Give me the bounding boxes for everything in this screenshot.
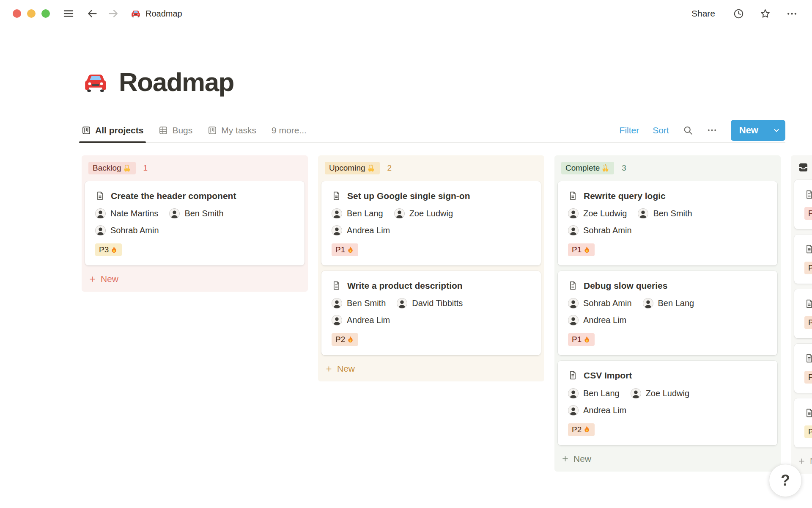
clock-icon[interactable] — [733, 8, 744, 19]
task-title: Write a product description — [347, 280, 463, 291]
avatar — [643, 298, 653, 309]
assignee-name: Ben Smith — [653, 209, 692, 218]
avatar — [568, 208, 579, 219]
task-title: Set up Google single sign-on — [347, 190, 470, 201]
task-card[interactable]: Debug slow queries Sohrab Amin Ben Lang … — [558, 271, 777, 355]
priority-badge: P1 — [804, 207, 812, 220]
assignee-name: Nate Martins — [110, 209, 158, 218]
priority-label: P3 — [99, 245, 109, 254]
task-card-partial[interactable]: P3 — [794, 398, 812, 447]
help-button[interactable]: ? — [769, 464, 802, 497]
raised-hands-icon — [367, 164, 376, 173]
tab-all-projects[interactable]: All projects — [82, 118, 143, 142]
assignee: Andrea Lim — [568, 405, 626, 416]
task-card-partial[interactable]: P2 — [794, 344, 812, 393]
page-icon — [332, 191, 341, 201]
view-tabbar: All projects Bugs My tasks 9 more... Fil… — [82, 118, 785, 143]
zoom-window-button[interactable] — [41, 9, 50, 18]
assignee: Sohrab Amin — [568, 225, 632, 236]
avatar — [568, 298, 579, 309]
column-name: Backlog — [93, 163, 121, 173]
avatar — [568, 388, 579, 399]
task-card[interactable]: CSV Import Ben Lang Zoe Ludwig Andrea Li… — [558, 361, 777, 445]
star-icon[interactable] — [760, 8, 771, 19]
avatar — [332, 208, 342, 219]
assignee-name: Andrea Lim — [347, 315, 390, 325]
close-window-button[interactable] — [13, 9, 21, 18]
assignee: Nate Martins — [95, 208, 158, 219]
assignee-name: Ben Smith — [347, 298, 386, 308]
avatar — [332, 315, 342, 326]
sort-button[interactable]: Sort — [653, 125, 669, 135]
task-card[interactable]: Create the header component Nate Martins… — [85, 181, 304, 265]
column-new-button[interactable]: New — [558, 450, 595, 467]
task-card[interactable]: Write a product description Ben Smith Da… — [321, 271, 541, 355]
minimize-window-button[interactable] — [27, 9, 36, 18]
car-emoji-icon[interactable] — [82, 68, 110, 96]
page-title: Roadmap — [82, 67, 812, 97]
column-new-button[interactable]: New — [321, 360, 358, 377]
page-icon — [804, 190, 812, 199]
task-card-partial[interactable]: P2 — [794, 289, 812, 338]
priority-label: P2 — [572, 425, 582, 434]
column-name-badge[interactable]: Upcoming — [325, 162, 380, 174]
task-title-row — [804, 189, 812, 199]
back-arrow-icon[interactable] — [86, 8, 98, 19]
assignee-name: Ben Lang — [658, 298, 694, 308]
assignee-name: Sohrab Amin — [583, 298, 632, 308]
column-new-button[interactable]: New — [794, 453, 812, 469]
raised-hands-icon — [123, 164, 132, 173]
assignee: Andrea Lim — [332, 315, 390, 326]
task-title: CSV Import — [584, 370, 632, 381]
column-header: Backlog 1 — [85, 162, 304, 174]
ellipsis-icon[interactable] — [786, 8, 798, 19]
tab-bugs[interactable]: Bugs — [159, 118, 192, 142]
new-label: New — [337, 364, 355, 374]
raised-hands-icon — [601, 164, 610, 173]
board-column: Complete 3 Rewrite query logic Zoe Ludwi… — [554, 155, 781, 472]
ellipsis-icon[interactable] — [707, 125, 717, 135]
task-card[interactable]: Rewrite query logic Zoe Ludwig Ben Smith… — [558, 181, 777, 265]
fire-icon — [346, 336, 354, 344]
tab-my-tasks[interactable]: My tasks — [208, 118, 256, 142]
page-icon — [804, 299, 812, 309]
search-icon[interactable] — [683, 125, 693, 135]
task-card-partial[interactable]: P2 — [794, 235, 812, 284]
new-button[interactable]: New — [731, 120, 767, 141]
tab-more-views[interactable]: 9 more... — [272, 118, 307, 142]
column-name-badge[interactable]: Backlog — [88, 162, 136, 174]
chevron-down-icon[interactable] — [767, 120, 785, 141]
column-new-button[interactable]: New — [85, 271, 122, 287]
task-card-partial[interactable]: P1 — [794, 180, 812, 229]
task-assignees: Ben Smith David Tibbitts Andrea Lim — [332, 298, 518, 326]
assignee: Ben Smith — [169, 208, 223, 219]
task-title-row: Write a product description — [332, 280, 531, 291]
assignee-name: Zoe Ludwig — [646, 389, 689, 398]
sidebar-toggle-icon[interactable] — [63, 8, 74, 19]
breadcrumb[interactable]: Roadmap — [130, 8, 182, 19]
column-name-badge[interactable]: Complete — [561, 162, 614, 174]
avatar — [568, 225, 579, 236]
task-title-row — [804, 408, 812, 418]
page-icon — [568, 191, 578, 201]
avatar — [568, 405, 579, 416]
share-button[interactable]: Share — [689, 8, 718, 19]
board-column-partial: P1 P2 P2 P2 P3 New — [791, 155, 812, 474]
priority-badge: P1 — [332, 243, 358, 256]
task-title: Create the header component — [111, 190, 236, 201]
column-count: 3 — [622, 163, 626, 173]
priority-label: P2 — [808, 263, 812, 273]
task-title-row: Rewrite query logic — [568, 190, 767, 201]
task-card[interactable]: Set up Google single sign-on Ben Lang Zo… — [321, 181, 541, 265]
assignee-name: Ben Smith — [184, 209, 223, 218]
filter-button[interactable]: Filter — [620, 125, 639, 135]
priority-badge: P2 — [568, 423, 595, 436]
priority-label: P2 — [335, 335, 345, 344]
column-header — [794, 162, 812, 173]
task-title-row: Create the header component — [95, 190, 294, 201]
page-title-text[interactable]: Roadmap — [119, 67, 234, 97]
kanban-board: Backlog 1 Create the header component Na… — [82, 155, 812, 474]
assignee: Andrea Lim — [332, 225, 390, 236]
forward-arrow-icon[interactable] — [107, 8, 119, 19]
task-assignees: Ben Lang Zoe Ludwig Andrea Lim — [568, 388, 754, 416]
